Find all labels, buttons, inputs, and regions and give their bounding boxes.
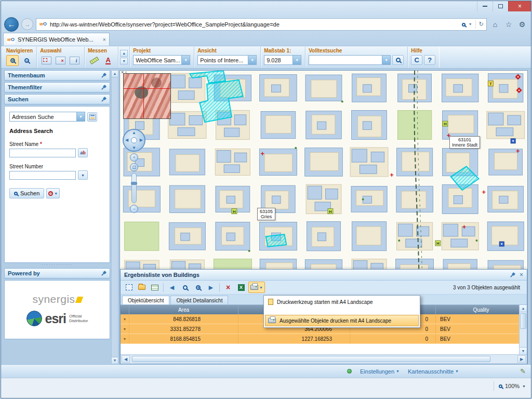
scale-select[interactable]: 9.028▼ [264,55,301,65]
header-area[interactable]: Area [129,305,238,314]
next-object-button[interactable]: ▶ [205,282,217,293]
pan-down-icon[interactable]: ▼ [132,145,136,150]
pan-center-icon[interactable] [131,137,137,143]
pan-left-icon[interactable]: ◀ [125,138,128,142]
scroll-up-icon[interactable]: ▲ [520,305,527,312]
table-horizontal-scrollbar[interactable]: ◀ ▶ [121,354,527,363]
panel-header-powered-by[interactable]: Powered by [4,268,110,278]
overview-map-inset[interactable] [123,73,171,119]
back-button[interactable]: ← [4,17,19,32]
results-header[interactable]: Ergebnisliste von Buildings × [121,270,527,281]
search-submit-button[interactable]: Suchen [9,188,44,198]
zoom-slider-thumb[interactable] [131,182,137,185]
row-expander-icon[interactable]: ▼ [121,324,129,334]
pin-icon[interactable] [510,272,515,278]
pin-icon[interactable] [101,271,107,276]
scroll-down-icon[interactable]: ▼ [112,357,118,364]
panel-header-suchen[interactable]: Suchen [4,94,110,104]
measure-tool[interactable] [88,55,100,66]
toolbar-scroll-up-icon[interactable]: ▲ [120,50,128,57]
map-navigation-control[interactable]: ▲ ▼ ◀ ▶ + ⊡ − [122,129,146,213]
scroll-left-icon[interactable]: ◀ [122,355,130,363]
clear-selection-tool[interactable]: × [54,55,66,66]
favorites-icon[interactable]: ☆ [503,20,514,29]
address-search-icon[interactable] [462,21,466,28]
minimize-button[interactable] [477,1,493,11]
search-options-button[interactable]: ▼ [46,188,60,198]
identify-tool[interactable]: i [68,55,81,66]
sidebar-scrollbar[interactable]: ▲ ▼ [111,70,118,364]
street-number-input[interactable] [9,171,76,180]
context-help-button[interactable]: C [411,55,422,65]
pan-up-icon[interactable]: ▲ [132,130,136,135]
kartenausschnitte-menu[interactable]: Kartenausschnitte▼ [408,368,459,375]
tab-close-icon[interactable]: × [103,36,106,43]
export-excel-button[interactable]: X [235,282,247,293]
project-select[interactable]: WebOffice Sam...▼ [133,55,190,65]
menu-item-print-selected[interactable]: Ausgewählte Objekte drucken mit A4 Lands… [265,315,419,326]
panel-header-themenfilter[interactable]: Themenfilter [4,82,110,92]
fulltext-search-input[interactable]: ▼ [309,55,391,65]
close-button[interactable]: × [508,1,531,11]
table-button[interactable] [149,282,161,293]
view-select[interactable]: Points of Intere...▼ [197,55,257,65]
print-button[interactable]: ▼ [248,282,265,293]
street-name-input[interactable] [9,149,76,157]
scroll-up-icon[interactable]: ▲ [112,71,118,77]
search-type-select[interactable]: Adressen Suche▼ [9,112,85,122]
maximize-button[interactable] [493,1,508,11]
zoom-slider[interactable] [131,173,137,203]
scroll-right-icon[interactable]: ▶ [517,355,526,363]
browser-zoom-control[interactable]: 100% ▼ [494,381,526,391]
forward-button[interactable]: → [21,18,33,30]
zoom-extent-button[interactable]: ⊡ [130,163,138,171]
table-row[interactable]: ▼ 8168.854815 1227.168253 0 BEV [121,334,527,344]
panel-header-themenbaum[interactable]: Themenbaum [4,70,110,81]
zoom-out-tool[interactable]: − [20,55,33,66]
copy-button[interactable] [136,282,148,293]
weboffice-favicon: wO [39,20,47,28]
tab-objekt-detailansicht[interactable]: Objekt Detailansicht [170,296,228,304]
panel-splitter[interactable]: ············· [4,263,110,268]
scrollbar-thumb[interactable] [520,313,526,329]
zoom-out-button[interactable]: − [130,205,138,213]
scrollbar-thumb[interactable] [132,356,490,362]
row-expander-icon[interactable]: ▼ [121,314,129,324]
fulltext-search-button[interactable] [392,55,404,65]
remove-selection-button[interactable]: × [222,282,234,293]
pan-right-icon[interactable]: ▶ [140,138,143,142]
zoom-to-object-button[interactable]: + [192,282,204,293]
browser-tab[interactable]: wO SYNERGIS WebOffice Web... × [3,33,110,46]
einstellungen-menu[interactable]: Einstellungen▼ [360,368,400,375]
map-viewport[interactable]: H H H H T + + + + + + [119,70,528,364]
search-form-button[interactable] [87,112,97,122]
zoom-to-selection-button[interactable] [179,282,191,293]
pin-icon[interactable] [101,97,107,102]
zoom-in-tool[interactable]: + [6,55,19,66]
help-button[interactable]: ? [424,55,435,65]
pin-icon[interactable] [101,73,107,78]
settings-gear-icon[interactable]: ⚙ [516,20,528,29]
toolbar-scroll-down-icon[interactable]: ▼ [120,58,128,64]
previous-object-button[interactable]: ◀ [166,282,178,293]
tab-objektuebersicht[interactable]: Objektübersicht [122,296,169,304]
row-expander-icon[interactable]: ▼ [121,334,129,343]
select-rectangle-tool[interactable] [40,55,52,66]
address-dropdown-icon[interactable]: ▼ [469,22,472,26]
street-number-dropdown-button[interactable]: ▼ [78,170,88,180]
table-vertical-scrollbar[interactable]: ▲ ▼ [519,305,527,354]
label-tool[interactable]: A [102,55,114,66]
autocomplete-button[interactable]: ab [78,148,88,157]
header-quality[interactable]: Quality [436,305,527,314]
home-icon[interactable]: ⌂ [489,20,501,29]
scroll-down-icon[interactable]: ▼ [520,347,527,354]
refresh-icon[interactable]: ↻ [479,21,484,28]
menu-item-print-tool[interactable]: Druckwerkzeug starten mit A4 Landscape [265,297,419,307]
pan-compass[interactable]: ▲ ▼ ◀ ▶ [123,129,145,152]
zoom-in-button[interactable]: + [130,153,138,162]
address-field[interactable]: wO http://w-ws-wintner/WebOffice/synserv… [36,18,487,31]
close-results-icon[interactable]: × [520,271,523,278]
select-objects-button[interactable] [123,282,135,293]
redlining-pencil-icon[interactable]: ✎ [520,367,526,375]
pin-icon[interactable] [101,85,107,90]
